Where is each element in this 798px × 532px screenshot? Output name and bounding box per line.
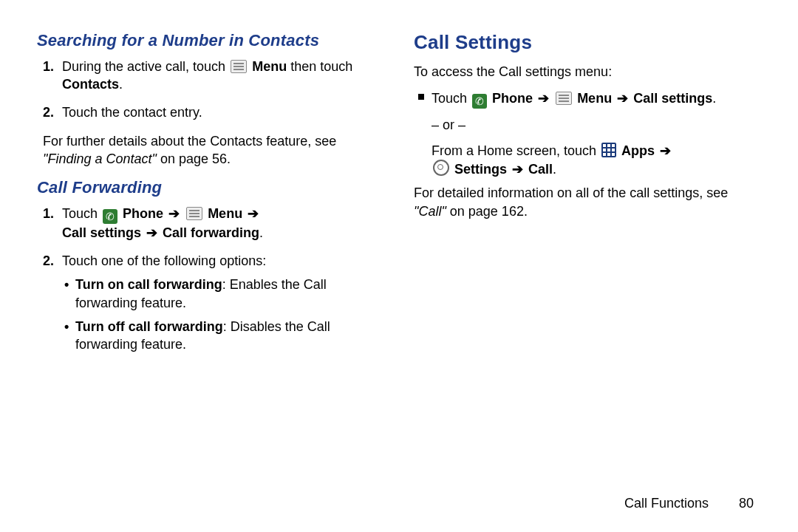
heading-call-forwarding: Call Forwarding (37, 177, 384, 199)
menu-label: Menu (577, 91, 612, 106)
para-text: For further details about the Contacts f… (43, 134, 336, 149)
cf-option-on: Turn on call forwarding: Enables the Cal… (75, 276, 384, 312)
para-text-end: on page 162. (446, 204, 528, 219)
left-column: Searching for a Number in Contacts 1. Du… (37, 30, 384, 364)
call-forwarding-steps: 1. Touch ✆ Phone ➔ Menu ➔ Call settings … (37, 205, 384, 354)
apps-label: Apps (621, 143, 655, 158)
page-footer: Call Functions 80 (624, 496, 754, 511)
phone-icon: ✆ (472, 94, 487, 109)
call-label: Call (528, 162, 553, 177)
step-number: 1. (43, 58, 54, 75)
call-settings-reference-paragraph: For detailed information on all of the c… (414, 184, 761, 220)
arrow-icon: ➔ (538, 91, 549, 106)
option-title: Turn off call forwarding (75, 319, 223, 334)
settings-label: Settings (454, 162, 507, 177)
step-text: Touch one of the following options: (62, 253, 266, 268)
phone-icon: ✆ (103, 209, 117, 224)
step-number: 2. (43, 252, 54, 270)
step-text: Touch the contact entry. (62, 105, 202, 120)
arrow-icon: ➔ (146, 225, 157, 240)
contacts-label: Contacts (62, 77, 119, 92)
arrow-icon: ➔ (617, 91, 628, 106)
footer-page-number: 80 (729, 496, 754, 511)
step-2: 2. Touch the contact entry. (62, 103, 384, 121)
step-number: 2. (43, 103, 54, 121)
arrow-icon: ➔ (512, 162, 523, 177)
para-text-end: on page 56. (157, 151, 231, 166)
arrow-icon: ➔ (168, 206, 180, 221)
option-title: Turn on call forwarding (75, 277, 222, 292)
call-forwarding-label: Call forwarding (163, 225, 259, 240)
cf-step-1: 1. Touch ✆ Phone ➔ Menu ➔ Call settings … (62, 205, 384, 242)
heading-searching-contacts: Searching for a Number in Contacts (37, 30, 384, 52)
right-column: Call Settings To access the Call setting… (414, 30, 761, 364)
two-column-layout: Searching for a Number in Contacts 1. Du… (37, 30, 761, 364)
reference-title: "Call" (414, 204, 446, 219)
step-text-post: . (119, 77, 123, 92)
step-text: During the active call, touch (62, 59, 229, 74)
arrow-icon: ➔ (248, 206, 259, 221)
cf-options-list: Turn on call forwarding: Enables the Cal… (62, 276, 384, 353)
menu-label: Menu (252, 59, 287, 74)
step-number: 1. (43, 205, 54, 222)
menu-icon (231, 60, 247, 73)
para-text: For detailed information on all of the c… (414, 185, 728, 200)
access-method: Touch ✆ Phone ➔ Menu ➔ Call settings. – … (432, 89, 761, 178)
reference-title: "Finding a Contact" (43, 151, 157, 166)
call-settings-intro: To access the Call settings menu: (414, 63, 761, 81)
call-settings-label: Call settings (62, 225, 141, 240)
settings-icon (433, 160, 449, 176)
from-home-text: From a Home screen, touch (432, 143, 600, 158)
phone-label: Phone (123, 206, 163, 221)
period: . (553, 162, 556, 177)
period: . (259, 225, 263, 240)
contacts-reference-paragraph: For further details about the Contacts f… (37, 132, 384, 168)
menu-label: Menu (208, 206, 242, 221)
heading-call-settings: Call Settings (414, 30, 761, 55)
arrow-icon: ➔ (660, 143, 671, 158)
cf-step-2: 2. Touch one of the following options: T… (62, 252, 384, 353)
step-1: 1. During the active call, touch Menu th… (62, 58, 384, 94)
menu-icon (556, 92, 572, 105)
manual-page: Searching for a Number in Contacts 1. Du… (0, 0, 798, 532)
phone-label: Phone (492, 91, 533, 106)
or-separator: – or – (432, 116, 761, 134)
period: . (712, 91, 716, 106)
apps-icon (601, 143, 616, 157)
searching-steps-list: 1. During the active call, touch Menu th… (37, 58, 384, 122)
menu-icon (186, 207, 202, 220)
step-text-mid: then touch (290, 59, 352, 74)
touch-text: Touch (62, 206, 101, 221)
touch-text: Touch (432, 91, 471, 106)
call-settings-label: Call settings (633, 91, 712, 106)
footer-section: Call Functions (624, 496, 709, 511)
call-settings-access-list: Touch ✆ Phone ➔ Menu ➔ Call settings. – … (414, 89, 761, 178)
cf-option-off: Turn off call forwarding: Disables the C… (75, 318, 384, 354)
